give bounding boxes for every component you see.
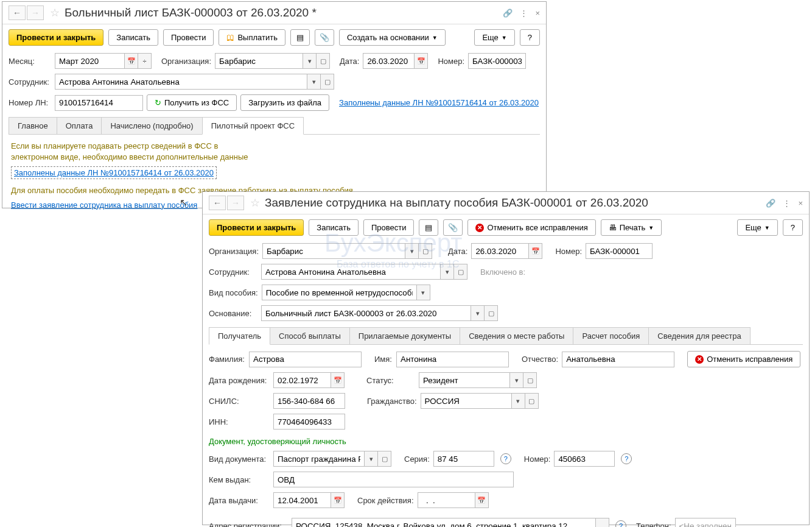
type-input[interactable] [262, 285, 417, 300]
list-icon-button[interactable]: ▤ [290, 29, 310, 46]
close-icon[interactable]: × [798, 199, 803, 208]
save-button[interactable]: Записать [108, 29, 158, 46]
tab-workplace[interactable]: Сведения о месте работы [460, 327, 573, 344]
dropdown-icon[interactable]: ▾ [512, 393, 525, 409]
org-input[interactable] [215, 53, 303, 69]
print-button[interactable]: 🖶 Печать ▼ [601, 219, 662, 236]
tab-pilot[interactable]: Пилотный проект ФСС [202, 117, 304, 135]
calendar-icon[interactable]: 📅 [475, 492, 489, 508]
status-input[interactable] [419, 372, 510, 388]
create-basis-button[interactable]: Создать на основании ▼ [339, 29, 446, 46]
ellipsis-icon[interactable]: … [596, 518, 609, 527]
more-button[interactable]: Еще ▼ [474, 29, 514, 46]
help-button[interactable]: ? [783, 219, 803, 236]
tab-recipient[interactable]: Получатель [209, 327, 270, 345]
tab-calc[interactable]: Расчет пособия [573, 327, 649, 344]
tab-docs[interactable]: Прилагаемые документы [349, 327, 460, 344]
month-input[interactable] [55, 53, 125, 69]
org-input[interactable] [262, 243, 405, 259]
open-icon[interactable]: ▢ [321, 74, 334, 90]
date-input[interactable] [471, 243, 529, 259]
open-icon[interactable]: ▢ [317, 53, 330, 69]
open-icon[interactable]: ▢ [525, 393, 539, 409]
calendar-icon[interactable]: 📅 [331, 492, 345, 508]
lname-input[interactable] [249, 352, 362, 367]
addr-input[interactable] [292, 518, 596, 527]
save-button[interactable]: Записать [309, 219, 359, 236]
inn-input[interactable] [273, 414, 345, 430]
ln-data-link[interactable]: Заполнены данные ЛН №910015716414 от 26.… [339, 98, 539, 107]
help-icon[interactable]: ? [500, 453, 511, 464]
list-icon-button[interactable]: ▤ [419, 219, 438, 236]
snils-input[interactable] [273, 393, 345, 409]
mname-input[interactable] [562, 352, 674, 367]
open-icon[interactable]: ▢ [419, 243, 432, 259]
get-fss-button[interactable]: ↻ Получить из ФСС [147, 94, 237, 111]
close-icon[interactable]: × [535, 9, 540, 18]
link-icon[interactable]: 🔗 [503, 9, 513, 18]
help-icon[interactable]: ? [615, 520, 626, 527]
num-input[interactable] [468, 53, 526, 69]
dropdown-icon[interactable]: ▾ [417, 285, 430, 300]
stepper-icon[interactable]: ÷ [138, 53, 152, 69]
open-icon[interactable]: ▢ [523, 372, 537, 388]
open-icon[interactable]: ▢ [378, 451, 391, 467]
dropdown-icon[interactable]: ▾ [405, 243, 419, 259]
help-button[interactable]: ? [520, 29, 540, 46]
emp-input[interactable] [261, 264, 441, 280]
ln-input[interactable] [55, 95, 143, 111]
dropdown-icon[interactable]: ▾ [303, 53, 317, 69]
valid-input[interactable] [418, 492, 475, 508]
forward-button[interactable]: → [227, 196, 244, 210]
dropdown-icon[interactable]: ▾ [365, 451, 378, 467]
docnum-input[interactable] [554, 451, 615, 467]
date-input[interactable] [363, 53, 415, 69]
num-input[interactable] [586, 243, 653, 259]
ln-data-link2[interactable]: Заполнены данные ЛН №910015716414 от 26.… [11, 166, 217, 179]
emp-input[interactable] [55, 74, 307, 90]
fname-input[interactable] [396, 352, 509, 367]
issdate-input[interactable] [273, 492, 331, 508]
bdate-input[interactable] [273, 372, 331, 388]
doctype-input[interactable] [273, 451, 365, 467]
open-icon[interactable]: ▢ [485, 305, 498, 321]
cancel-fixes-button[interactable]: ✕ Отменить все исправления [467, 219, 595, 236]
tab-accrued[interactable]: Начислено (подробно) [101, 117, 202, 134]
tab-registry[interactable]: Сведения для реестра [648, 327, 750, 344]
citizen-input[interactable] [421, 393, 512, 409]
link-icon[interactable]: 🔗 [766, 199, 775, 208]
open-icon[interactable]: ▢ [454, 264, 467, 280]
pay-button[interactable]: 🕮Выплатить [219, 29, 285, 46]
calendar-icon[interactable]: 📅 [529, 243, 542, 259]
calendar-icon[interactable]: 📅 [415, 53, 428, 69]
load-file-button[interactable]: Загрузить из файла [240, 94, 329, 111]
favorite-icon[interactable]: ☆ [250, 196, 260, 210]
tab-payment[interactable]: Оплата [57, 117, 102, 134]
forward-button[interactable]: → [27, 5, 44, 20]
back-button[interactable]: ← [9, 5, 26, 20]
menu-icon[interactable]: ⋮ [520, 9, 528, 18]
tab-main[interactable]: Главное [9, 117, 57, 134]
calendar-icon[interactable]: 📅 [331, 372, 345, 388]
help-icon[interactable]: ? [621, 453, 632, 464]
post-button[interactable]: Провести [163, 29, 214, 46]
menu-icon[interactable]: ⋮ [783, 199, 791, 208]
basis-input[interactable] [261, 305, 471, 321]
dropdown-icon[interactable]: ▾ [307, 74, 321, 90]
series-input[interactable] [433, 451, 494, 467]
calendar-icon[interactable]: 📅 [125, 53, 138, 69]
create-app-link[interactable]: Ввести заявление сотрудника на выплату п… [11, 200, 197, 210]
favorite-icon[interactable]: ☆ [50, 6, 60, 19]
dropdown-icon[interactable]: ▾ [510, 372, 523, 388]
attach-icon-button[interactable]: 📎 [315, 29, 334, 46]
phone-input[interactable] [675, 518, 736, 527]
back-button[interactable]: ← [209, 196, 226, 210]
tab-paymethod[interactable]: Способ выплаты [270, 327, 350, 344]
more-button[interactable]: Еще ▼ [737, 219, 777, 236]
issued-input[interactable] [273, 472, 514, 487]
post-button[interactable]: Провести [363, 219, 415, 236]
attach-icon-button[interactable]: 📎 [443, 219, 463, 236]
cancel-fixes2-button[interactable]: ✕ Отменить исправления [687, 351, 800, 367]
dropdown-icon[interactable]: ▾ [471, 305, 485, 321]
dropdown-icon[interactable]: ▾ [441, 264, 454, 280]
